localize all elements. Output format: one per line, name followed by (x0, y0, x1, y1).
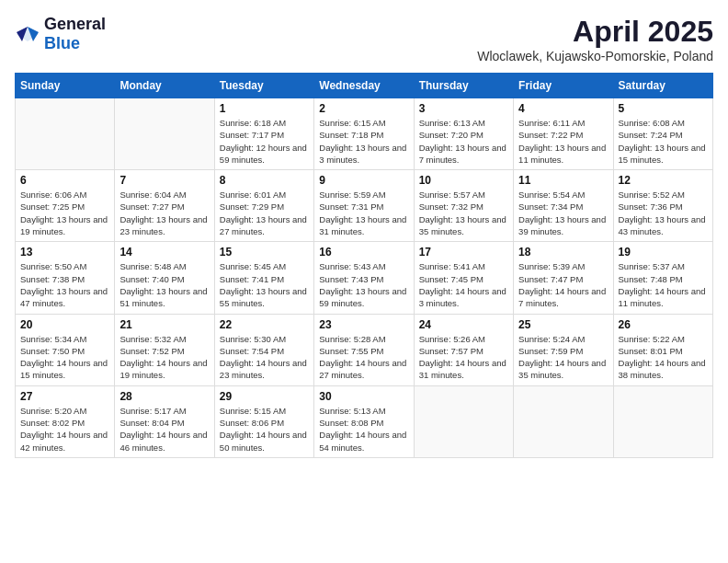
month-title: April 2025 (477, 15, 713, 49)
calendar-cell: 6Sunrise: 6:06 AMSunset: 7:25 PMDaylight… (16, 170, 115, 242)
day-info: Sunrise: 5:26 AMSunset: 7:57 PMDaylight:… (419, 333, 508, 382)
calendar-cell: 24Sunrise: 5:26 AMSunset: 7:57 PMDayligh… (414, 314, 513, 385)
day-number: 8 (220, 174, 309, 187)
day-info: Sunrise: 5:32 AMSunset: 7:52 PMDaylight:… (119, 333, 209, 382)
location-subtitle: Wloclawek, Kujawsko-Pomorskie, Poland (477, 49, 713, 63)
calendar-cell: 17Sunrise: 5:41 AMSunset: 7:45 PMDayligh… (414, 242, 513, 314)
calendar-cell (414, 385, 513, 457)
day-info: Sunrise: 5:59 AMSunset: 7:31 PMDaylight:… (319, 189, 408, 237)
calendar-header-row: SundayMondayTuesdayWednesdayThursdayFrid… (16, 74, 713, 98)
day-number: 15 (220, 246, 309, 259)
calendar-cell: 4Sunrise: 6:11 AMSunset: 7:22 PMDaylight… (514, 98, 613, 170)
day-info: Sunrise: 6:01 AMSunset: 7:29 PMDaylight:… (220, 189, 309, 237)
day-info: Sunrise: 5:45 AMSunset: 7:41 PMDaylight:… (220, 260, 309, 309)
calendar-cell: 22Sunrise: 5:30 AMSunset: 7:54 PMDayligh… (214, 314, 313, 385)
calendar-cell: 15Sunrise: 5:45 AMSunset: 7:41 PMDayligh… (214, 242, 313, 314)
day-number: 22 (220, 318, 309, 331)
calendar-cell (115, 98, 214, 170)
day-number: 12 (619, 174, 708, 187)
day-number: 26 (619, 318, 708, 331)
day-number: 7 (119, 174, 209, 187)
day-info: Sunrise: 6:18 AMSunset: 7:17 PMDaylight:… (220, 117, 309, 166)
day-info: Sunrise: 5:20 AMSunset: 8:02 PMDaylight:… (20, 405, 109, 454)
logo-general: General (44, 15, 106, 33)
page-header: General Blue April 2025 Wloclawek, Kujaw… (15, 15, 713, 63)
day-number: 27 (20, 390, 109, 403)
day-info: Sunrise: 6:13 AMSunset: 7:20 PMDaylight:… (419, 117, 508, 166)
calendar-weekday-header: Saturday (613, 74, 712, 98)
day-info: Sunrise: 5:48 AMSunset: 7:40 PMDaylight:… (119, 260, 209, 309)
day-info: Sunrise: 5:39 AMSunset: 7:47 PMDaylight:… (518, 260, 608, 309)
calendar-cell: 21Sunrise: 5:32 AMSunset: 7:52 PMDayligh… (115, 314, 214, 385)
day-info: Sunrise: 6:06 AMSunset: 7:25 PMDaylight:… (20, 189, 109, 237)
calendar-cell: 12Sunrise: 5:52 AMSunset: 7:36 PMDayligh… (613, 170, 712, 242)
day-number: 24 (419, 318, 508, 331)
calendar-cell: 29Sunrise: 5:15 AMSunset: 8:06 PMDayligh… (214, 385, 313, 457)
calendar-cell: 30Sunrise: 5:13 AMSunset: 8:08 PMDayligh… (314, 385, 414, 457)
calendar-weekday-header: Sunday (16, 74, 115, 98)
calendar-cell: 8Sunrise: 6:01 AMSunset: 7:29 PMDaylight… (214, 170, 313, 242)
day-info: Sunrise: 5:52 AMSunset: 7:36 PMDaylight:… (619, 189, 708, 237)
calendar-cell: 16Sunrise: 5:43 AMSunset: 7:43 PMDayligh… (314, 242, 414, 314)
day-info: Sunrise: 5:57 AMSunset: 7:32 PMDaylight:… (419, 189, 508, 237)
day-number: 9 (319, 174, 408, 187)
day-number: 10 (419, 174, 508, 187)
logo-text: General Blue (44, 15, 106, 53)
day-info: Sunrise: 5:17 AMSunset: 8:04 PMDaylight:… (119, 405, 209, 454)
day-info: Sunrise: 5:50 AMSunset: 7:38 PMDaylight:… (20, 260, 109, 309)
calendar-weekday-header: Thursday (414, 74, 513, 98)
day-number: 30 (319, 390, 408, 403)
calendar-cell (16, 98, 115, 170)
day-number: 6 (20, 174, 109, 187)
calendar-week-row: 13Sunrise: 5:50 AMSunset: 7:38 PMDayligh… (16, 242, 713, 314)
day-number: 18 (518, 246, 608, 259)
day-number: 20 (20, 318, 109, 331)
day-number: 16 (319, 246, 408, 259)
day-number: 25 (518, 318, 608, 331)
day-info: Sunrise: 5:24 AMSunset: 7:59 PMDaylight:… (518, 333, 608, 382)
calendar-cell: 28Sunrise: 5:17 AMSunset: 8:04 PMDayligh… (115, 385, 214, 457)
day-info: Sunrise: 5:15 AMSunset: 8:06 PMDaylight:… (220, 405, 309, 454)
calendar-cell: 5Sunrise: 6:08 AMSunset: 7:24 PMDaylight… (613, 98, 712, 170)
day-number: 1 (220, 102, 309, 115)
day-number: 14 (119, 246, 209, 259)
day-info: Sunrise: 5:30 AMSunset: 7:54 PMDaylight:… (220, 333, 309, 382)
logo: General Blue (15, 15, 106, 53)
calendar-cell: 3Sunrise: 6:13 AMSunset: 7:20 PMDaylight… (414, 98, 513, 170)
logo-icon (15, 25, 40, 43)
calendar-week-row: 27Sunrise: 5:20 AMSunset: 8:02 PMDayligh… (16, 385, 713, 457)
day-info: Sunrise: 6:15 AMSunset: 7:18 PMDaylight:… (319, 117, 408, 166)
calendar-cell: 2Sunrise: 6:15 AMSunset: 7:18 PMDaylight… (314, 98, 414, 170)
day-info: Sunrise: 5:54 AMSunset: 7:34 PMDaylight:… (518, 189, 608, 237)
day-info: Sunrise: 5:28 AMSunset: 7:55 PMDaylight:… (319, 333, 408, 382)
calendar-cell (514, 385, 613, 457)
day-number: 3 (419, 102, 508, 115)
day-number: 19 (619, 246, 708, 259)
calendar-cell: 10Sunrise: 5:57 AMSunset: 7:32 PMDayligh… (414, 170, 513, 242)
calendar-cell: 19Sunrise: 5:37 AMSunset: 7:48 PMDayligh… (613, 242, 712, 314)
logo-blue: Blue (44, 34, 80, 52)
calendar-cell: 1Sunrise: 6:18 AMSunset: 7:17 PMDaylight… (214, 98, 313, 170)
day-info: Sunrise: 5:34 AMSunset: 7:50 PMDaylight:… (20, 333, 109, 382)
day-info: Sunrise: 5:22 AMSunset: 8:01 PMDaylight:… (619, 333, 708, 382)
calendar-cell: 18Sunrise: 5:39 AMSunset: 7:47 PMDayligh… (514, 242, 613, 314)
day-info: Sunrise: 6:11 AMSunset: 7:22 PMDaylight:… (518, 117, 608, 166)
day-number: 21 (119, 318, 209, 331)
day-number: 23 (319, 318, 408, 331)
title-area: April 2025 Wloclawek, Kujawsko-Pomorskie… (477, 15, 713, 63)
calendar-table: SundayMondayTuesdayWednesdayThursdayFrid… (15, 73, 713, 458)
day-number: 17 (419, 246, 508, 259)
calendar-cell: 7Sunrise: 6:04 AMSunset: 7:27 PMDaylight… (115, 170, 214, 242)
day-number: 2 (319, 102, 408, 115)
day-info: Sunrise: 5:43 AMSunset: 7:43 PMDaylight:… (319, 260, 408, 309)
day-info: Sunrise: 5:13 AMSunset: 8:08 PMDaylight:… (319, 405, 408, 454)
calendar-cell: 26Sunrise: 5:22 AMSunset: 8:01 PMDayligh… (613, 314, 712, 385)
calendar-cell: 11Sunrise: 5:54 AMSunset: 7:34 PMDayligh… (514, 170, 613, 242)
calendar-cell: 14Sunrise: 5:48 AMSunset: 7:40 PMDayligh… (115, 242, 214, 314)
calendar-week-row: 20Sunrise: 5:34 AMSunset: 7:50 PMDayligh… (16, 314, 713, 385)
calendar-weekday-header: Tuesday (214, 74, 313, 98)
day-info: Sunrise: 6:04 AMSunset: 7:27 PMDaylight:… (119, 189, 209, 237)
calendar-week-row: 6Sunrise: 6:06 AMSunset: 7:25 PMDaylight… (16, 170, 713, 242)
calendar-week-row: 1Sunrise: 6:18 AMSunset: 7:17 PMDaylight… (16, 98, 713, 170)
calendar-weekday-header: Friday (514, 74, 613, 98)
